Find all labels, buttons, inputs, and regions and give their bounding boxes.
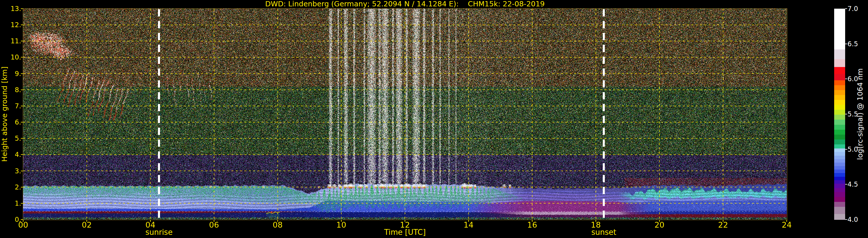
- y-tick-mark: [21, 90, 23, 90]
- colorbar-segment: [834, 152, 845, 156]
- x-tick-mark: [277, 220, 278, 222]
- colorbar-tick-label: 6.0: [847, 75, 868, 82]
- y-tick-mark: [21, 57, 23, 58]
- y-tick-label: 5.: [0, 134, 21, 142]
- colorbar-segment: [834, 80, 845, 86]
- colorbar-segment: [834, 115, 845, 120]
- x-tick-label: 12: [393, 221, 416, 229]
- colorbar-tick-mark: [845, 8, 847, 9]
- y-tick-mark: [21, 203, 23, 204]
- colorbar-segment: [834, 120, 845, 125]
- x-tick-label: 06: [203, 221, 226, 229]
- colorbar-segment: [834, 163, 845, 166]
- colorbar-tick-label: 4.0: [847, 216, 868, 223]
- y-tick-mark: [21, 73, 23, 74]
- y-tick-mark: [21, 41, 23, 41]
- x-tick-label: 00: [11, 221, 35, 229]
- x-tick-mark: [214, 220, 214, 222]
- colorbar-segment: [834, 173, 845, 177]
- colorbar-segment: [834, 202, 845, 207]
- colorbar: [834, 9, 845, 219]
- x-tick-label: 20: [648, 221, 671, 229]
- y-tick-label: 12.: [0, 21, 21, 29]
- x-tick-mark: [659, 220, 660, 222]
- colorbar-segment: [834, 125, 845, 130]
- x-tick-label: 18: [584, 221, 608, 229]
- y-tick-label: 11.: [0, 37, 21, 45]
- colorbar-segment: [834, 135, 845, 140]
- y-tick-label: 1.: [0, 199, 21, 207]
- lidar-heatmap-canvas: [23, 9, 787, 219]
- sunrise-label: sunrise: [133, 228, 185, 236]
- y-tick-label: 2.: [0, 183, 21, 191]
- colorbar-segment: [834, 170, 845, 173]
- y-tick-label: 9.: [0, 70, 21, 78]
- colorbar-tick-label: 6.5: [847, 40, 868, 48]
- x-tick-mark: [786, 220, 787, 222]
- colorbar-segment: [834, 130, 845, 135]
- x-tick-label: 08: [266, 221, 289, 229]
- colorbar-segment: [834, 74, 845, 80]
- x-tick-mark: [468, 220, 469, 222]
- colorbar-segment: [834, 180, 845, 184]
- y-tick-mark: [21, 154, 23, 155]
- colorbar-segment: [834, 207, 845, 214]
- colorbar-segment: [834, 214, 845, 220]
- colorbar-segment: [834, 188, 845, 192]
- x-tick-label: 24: [775, 221, 798, 229]
- colorbar-segment: [834, 159, 845, 163]
- colorbar-tick-mark: [845, 184, 847, 184]
- y-tick-label: 10.: [0, 53, 21, 61]
- colorbar-segment: [834, 197, 845, 202]
- colorbar-segment: [834, 9, 845, 50]
- x-tick-mark: [532, 220, 532, 222]
- x-tick-mark: [723, 220, 723, 222]
- x-tick-label: 14: [457, 221, 480, 229]
- colorbar-segment: [834, 67, 845, 74]
- colorbar-segment: [834, 85, 845, 91]
- colorbar-segment: [834, 110, 845, 115]
- y-tick-mark: [21, 187, 23, 188]
- y-tick-label: 13.: [0, 5, 21, 13]
- colorbar-segment: [834, 184, 845, 188]
- y-tick-mark: [21, 8, 23, 9]
- x-tick-mark: [595, 220, 596, 222]
- colorbar-tick-mark: [845, 44, 847, 44]
- colorbar-tick-label: 4.5: [847, 180, 868, 188]
- x-tick-mark: [341, 220, 342, 222]
- colorbar-segment: [834, 59, 845, 67]
- colorbar-segment: [834, 100, 845, 105]
- colorbar-segment: [834, 90, 845, 95]
- y-tick-label: 4.: [0, 150, 21, 159]
- colorbar-tick-mark: [845, 114, 847, 114]
- colorbar-segment: [834, 105, 845, 110]
- colorbar-tick-label: 5.0: [847, 145, 868, 153]
- colorbar-segment: [834, 166, 845, 170]
- x-tick-label: 10: [330, 221, 353, 229]
- y-tick-mark: [21, 122, 23, 123]
- colorbar-tick-label: 7.0: [847, 5, 868, 12]
- y-tick-label: 8.: [0, 86, 21, 94]
- y-tick-mark: [21, 219, 23, 220]
- colorbar-tick-mark: [845, 149, 847, 149]
- x-tick-mark: [150, 220, 151, 222]
- ceilometer-quicklook: DWD: Lindenberg (Germany; 52.2094 N / 14…: [0, 0, 868, 238]
- x-tick-mark: [23, 220, 24, 222]
- colorbar-segment: [834, 156, 845, 160]
- y-tick-mark: [21, 106, 23, 106]
- x-tick-label: 22: [712, 221, 735, 229]
- y-tick-mark: [21, 138, 23, 139]
- colorbar-segment: [834, 139, 845, 145]
- sunset-label: sunset: [578, 228, 630, 236]
- colorbar-tick-label: 5.5: [847, 110, 868, 118]
- x-tick-label: 04: [139, 221, 162, 229]
- colorbar-tick-mark: [845, 219, 847, 220]
- y-tick-label: 6.: [0, 118, 21, 126]
- y-tick-mark: [21, 171, 23, 171]
- page-title: DWD: Lindenberg (Germany; 52.2094 N / 14…: [23, 0, 787, 8]
- colorbar-segment: [834, 49, 845, 60]
- y-tick-label: 3.: [0, 167, 21, 175]
- colorbar-segment: [834, 148, 845, 152]
- colorbar-segment: [834, 144, 845, 149]
- x-tick-label: 16: [521, 221, 544, 229]
